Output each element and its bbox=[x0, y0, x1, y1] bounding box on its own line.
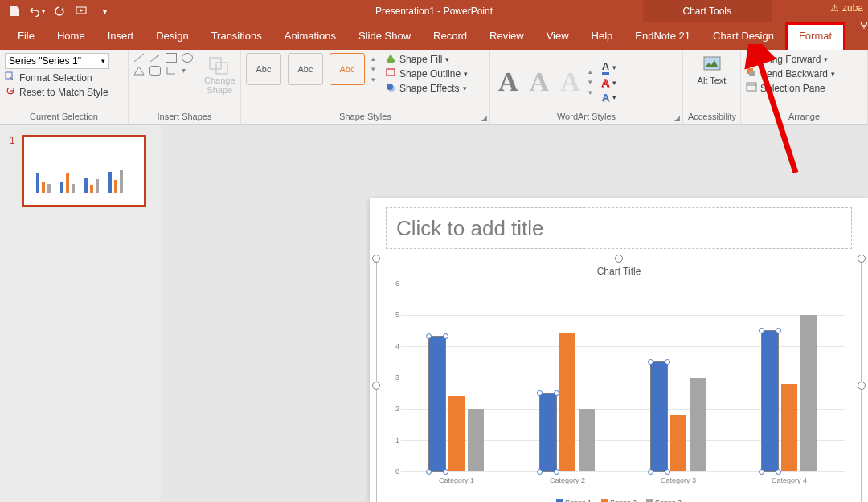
format-selection-button[interactable]: Format Selection bbox=[5, 71, 123, 84]
chart-object[interactable]: Chart Title 0123456 Category 1Category 2… bbox=[376, 259, 862, 502]
svg-line-3 bbox=[134, 54, 144, 62]
bar-selection-handle[interactable] bbox=[776, 328, 781, 333]
chart-title[interactable]: Chart Title bbox=[377, 266, 861, 277]
legend-item[interactable]: Series 2 bbox=[601, 499, 637, 502]
chart-element-selector[interactable]: Series "Series 1" ▾ bbox=[5, 53, 109, 69]
bar-series2[interactable] bbox=[448, 396, 465, 471]
bar-selection-handle[interactable] bbox=[443, 333, 448, 339]
bar-selection-handle[interactable] bbox=[426, 469, 432, 475]
redo-icon[interactable] bbox=[51, 3, 68, 19]
bring-forward-button[interactable]: Bring Forward▾ bbox=[746, 53, 835, 65]
document-title: Presentation1 - PowerPoint bbox=[375, 6, 493, 17]
shape-style-preset-3[interactable]: Abc bbox=[330, 53, 365, 85]
tab-file[interactable]: File bbox=[6, 23, 46, 50]
bar-series3[interactable] bbox=[690, 378, 706, 471]
slide-canvas[interactable]: Click to add title Chart Title 0123456 C… bbox=[370, 198, 868, 502]
reset-to-match-style-button[interactable]: Reset to Match Style bbox=[5, 86, 123, 98]
legend-item[interactable]: Series 3 bbox=[646, 499, 682, 502]
line-shape-icon[interactable] bbox=[133, 53, 145, 63]
chart-legend[interactable]: Series 1Series 2Series 3 bbox=[377, 499, 861, 502]
bar-selection-handle[interactable] bbox=[665, 359, 670, 365]
shape-gallery[interactable]: ▾ bbox=[133, 53, 194, 76]
bar-selection-handle[interactable] bbox=[648, 469, 653, 475]
selection-handle[interactable] bbox=[372, 255, 380, 263]
bar-series3[interactable] bbox=[579, 409, 595, 471]
bar-series1[interactable] bbox=[651, 362, 667, 472]
bar-selection-handle[interactable] bbox=[648, 359, 653, 365]
bar-selection-handle[interactable] bbox=[759, 469, 764, 475]
bar-selection-handle[interactable] bbox=[554, 390, 559, 396]
bar-series2[interactable] bbox=[781, 384, 797, 471]
selection-handle[interactable] bbox=[372, 382, 380, 390]
tab-view[interactable]: View bbox=[535, 23, 580, 50]
selection-handle[interactable] bbox=[615, 255, 623, 263]
tab-animations[interactable]: Animations bbox=[273, 23, 347, 50]
wordart-launcher-icon[interactable]: ◢ bbox=[674, 114, 680, 122]
bar-series3[interactable] bbox=[800, 315, 817, 471]
rect-shape-icon[interactable] bbox=[166, 53, 177, 63]
tab-help[interactable]: Help bbox=[580, 23, 624, 50]
roundrect-shape-icon[interactable] bbox=[149, 66, 161, 76]
triangle-shape-icon[interactable] bbox=[133, 66, 145, 76]
bar-selection-handle[interactable] bbox=[537, 390, 542, 396]
tab-home[interactable]: Home bbox=[46, 23, 96, 50]
bar-selection-handle[interactable] bbox=[776, 469, 781, 475]
undo-icon[interactable]: ▾ bbox=[29, 3, 45, 19]
bar-series1[interactable] bbox=[429, 337, 445, 471]
bar-series2[interactable] bbox=[670, 415, 686, 471]
selection-handle[interactable] bbox=[858, 255, 866, 263]
bar-selection-handle[interactable] bbox=[759, 328, 764, 333]
tab-review[interactable]: Review bbox=[478, 23, 535, 50]
title-placeholder[interactable]: Click to add title bbox=[386, 207, 852, 249]
start-from-beginning-icon[interactable] bbox=[74, 3, 90, 19]
bar-series1[interactable] bbox=[540, 394, 556, 472]
wordart-gallery-more[interactable]: ▴▾▾ bbox=[588, 67, 592, 96]
tab-insert[interactable]: Insert bbox=[96, 23, 145, 50]
tab-design[interactable]: Design bbox=[145, 23, 199, 50]
wordart-preset-2[interactable]: A bbox=[526, 67, 553, 97]
shape-style-preset-2[interactable]: Abc bbox=[288, 53, 323, 85]
line-arrow-shape-icon[interactable] bbox=[149, 53, 161, 63]
tab-slideshow[interactable]: Slide Show bbox=[347, 23, 422, 50]
text-effects-button[interactable]: A▾ bbox=[602, 92, 616, 104]
oval-shape-icon[interactable] bbox=[182, 53, 193, 63]
tab-transitions[interactable]: Transitions bbox=[200, 23, 273, 50]
tab-endnote[interactable]: EndNote 21 bbox=[624, 23, 702, 50]
bar-series3[interactable] bbox=[468, 409, 484, 471]
user-badge[interactable]: ⚠ zuba bbox=[830, 2, 863, 14]
slide-editor[interactable]: Click to add title Chart Title 0123456 C… bbox=[161, 125, 868, 502]
alt-text-button[interactable]: Alt Text bbox=[690, 53, 734, 87]
chart-plot-area[interactable]: 0123456 Category 1Category 2Category 3Ca… bbox=[401, 284, 845, 471]
shape-effects-button[interactable]: Shape Effects▾ bbox=[385, 82, 468, 94]
bar-selection-handle[interactable] bbox=[426, 333, 432, 339]
bar-series1[interactable] bbox=[762, 331, 778, 472]
bar-series2[interactable] bbox=[559, 333, 575, 471]
shape-style-gallery-more[interactable]: ▴▾▾ bbox=[371, 55, 375, 84]
bar-selection-handle[interactable] bbox=[554, 469, 559, 475]
chevron-down-icon: ▾ bbox=[101, 57, 105, 65]
send-backward-button[interactable]: Send Backward▾ bbox=[746, 67, 835, 80]
tab-chart-design[interactable]: Chart Design bbox=[702, 23, 785, 50]
bar-selection-handle[interactable] bbox=[537, 469, 542, 475]
selection-handle[interactable] bbox=[858, 382, 866, 390]
tab-record[interactable]: Record bbox=[422, 23, 478, 50]
shape-styles-launcher-icon[interactable]: ◢ bbox=[481, 114, 487, 122]
change-shape-button[interactable]: Change Shape bbox=[199, 53, 240, 96]
slide-1-thumbnail[interactable] bbox=[22, 135, 146, 207]
wordart-preset-3[interactable]: A bbox=[557, 67, 583, 97]
text-outline-button[interactable]: A▾ bbox=[602, 77, 616, 89]
shape-outline-button[interactable]: Shape Outline▾ bbox=[385, 67, 468, 80]
legend-item[interactable]: Series 1 bbox=[556, 499, 592, 502]
shape-style-preset-1[interactable]: Abc bbox=[246, 53, 281, 85]
shape-fill-button[interactable]: Shape Fill▾ bbox=[385, 53, 468, 65]
text-fill-button[interactable]: A▾ bbox=[602, 60, 616, 75]
bar-selection-handle[interactable] bbox=[443, 469, 448, 475]
shapes-more-icon[interactable]: ▾ bbox=[182, 66, 194, 76]
qat-more-icon[interactable]: ▾ bbox=[96, 3, 113, 19]
save-icon[interactable] bbox=[6, 3, 23, 19]
tab-format[interactable]: Format bbox=[785, 22, 845, 50]
elbow-shape-icon[interactable] bbox=[166, 66, 177, 76]
selection-pane-button[interactable]: Selection Pane bbox=[746, 82, 835, 94]
wordart-preset-1[interactable]: A bbox=[495, 67, 522, 97]
bar-selection-handle[interactable] bbox=[665, 469, 670, 475]
